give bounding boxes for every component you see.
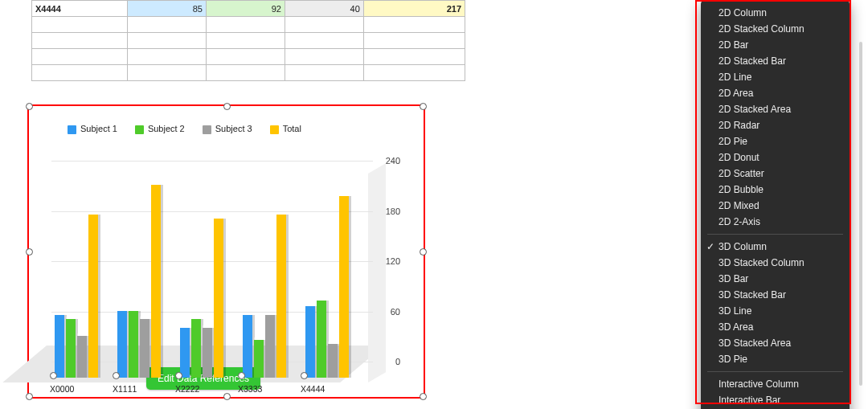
chart-type-2d-scatter[interactable]: 2D Scatter — [701, 166, 850, 182]
chart-type-2d-2-axis[interactable]: 2D 2-Axis — [701, 214, 850, 230]
bar-group: X1111 — [117, 185, 174, 378]
menu-separator — [707, 371, 843, 372]
bar — [276, 215, 286, 378]
bar — [117, 311, 127, 378]
chart-legend: Subject 1Subject 2Subject 3Total — [68, 124, 301, 134]
legend-item: Total — [270, 124, 301, 134]
chart-type-2d-donut[interactable]: 2D Donut — [701, 149, 850, 166]
category-label: X4444 — [301, 384, 325, 394]
chart-type-3d-area[interactable]: 3D Area — [701, 319, 850, 335]
bar — [243, 315, 252, 378]
chart-type-2d-mixed[interactable]: 2D Mixed — [701, 198, 850, 214]
category-label: X2222 — [175, 384, 199, 394]
bar — [328, 344, 338, 378]
bar — [254, 340, 264, 378]
y-axis: 060120180240 — [376, 161, 400, 378]
category-label: X0000 — [50, 384, 74, 394]
bar-group: X3333 — [243, 215, 299, 378]
chart-type-3d-bar[interactable]: 3D Bar — [701, 271, 850, 287]
bar-group: X0000 — [55, 215, 111, 378]
bar — [191, 319, 201, 378]
bar — [180, 328, 190, 378]
chart-selection[interactable]: Subject 1Subject 2Subject 3Total 0601201… — [27, 104, 425, 399]
chart-type-3d-column[interactable]: 3D Column — [701, 239, 850, 255]
bar — [77, 336, 87, 378]
chart-type-2d-line[interactable]: 2D Line — [701, 69, 850, 85]
bar — [55, 315, 64, 378]
chart-type-menu[interactable]: 2D Column2D Stacked Column2D Bar2D Stack… — [701, 0, 850, 409]
cell-subject1[interactable]: 85 — [128, 1, 207, 17]
bar — [203, 328, 212, 378]
row-label[interactable]: X4444 — [32, 1, 128, 17]
chart-type-interactive-column[interactable]: Interactive Column — [701, 376, 850, 392]
bar — [66, 319, 76, 378]
chart-type-2d-column[interactable]: 2D Column — [701, 5, 850, 21]
chart-type-2d-area[interactable]: 2D Area — [701, 85, 850, 101]
chart-type-3d-stacked-bar[interactable]: 3D Stacked Bar — [701, 287, 850, 303]
chart-type-2d-stacked-bar[interactable]: 2D Stacked Bar — [701, 53, 850, 69]
cell-subject3[interactable]: 40 — [285, 1, 363, 17]
chart-plot: 060120180240 X0000X1111X2222X3333X4444 — [51, 161, 373, 378]
legend-item: Subject 2 — [135, 124, 185, 134]
spreadsheet-fragment[interactable]: X4444 85 92 40 217 — [31, 0, 465, 81]
bar — [129, 311, 138, 378]
menu-separator — [707, 234, 843, 235]
cell-subject2[interactable]: 92 — [206, 1, 285, 17]
bar-group: X2222 — [180, 219, 236, 378]
bar — [339, 196, 349, 378]
chart-type-3d-stacked-area[interactable]: 3D Stacked Area — [701, 335, 850, 351]
legend-item: Subject 1 — [68, 124, 117, 134]
bar — [214, 219, 223, 378]
chart-type-2d-bubble[interactable]: 2D Bubble — [701, 182, 850, 198]
chart-type-2d-stacked-area[interactable]: 2D Stacked Area — [701, 101, 850, 117]
bar — [305, 306, 315, 378]
chart-type-3d-pie[interactable]: 3D Pie — [701, 351, 850, 367]
category-label: X1111 — [113, 384, 137, 394]
chart-type-3d-stacked-column[interactable]: 3D Stacked Column — [701, 255, 850, 271]
bar — [151, 185, 161, 378]
chart-type-3d-line[interactable]: 3D Line — [701, 303, 850, 319]
legend-item: Subject 3 — [203, 124, 252, 134]
chart-type-2d-stacked-column[interactable]: 2D Stacked Column — [701, 21, 850, 37]
bar-group: X4444 — [305, 196, 362, 378]
chart-type-2d-radar[interactable]: 2D Radar — [701, 117, 850, 133]
cell-total[interactable]: 217 — [363, 1, 465, 17]
chart-type-2d-bar[interactable]: 2D Bar — [701, 37, 850, 53]
chart-type-interactive-bar[interactable]: Interactive Bar — [701, 392, 850, 408]
bar — [317, 301, 326, 378]
bar — [140, 319, 149, 378]
scrollbar[interactable] — [859, 42, 862, 386]
bar — [88, 215, 98, 378]
category-label: X3333 — [238, 384, 262, 394]
chart-type-2d-pie[interactable]: 2D Pie — [701, 133, 850, 149]
bar — [265, 315, 275, 378]
